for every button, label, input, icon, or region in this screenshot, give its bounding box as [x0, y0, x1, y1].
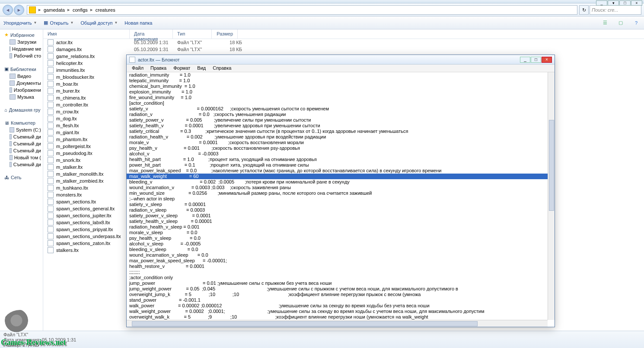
text-line: power_hit_part = 0.1 ;процент хита, уход… — [127, 162, 555, 168]
text-line: satiety_power_v_sleep = 0.0001 — [127, 213, 555, 219]
nav-back-button[interactable]: ◄ — [3, 5, 13, 15]
notepad-vscroll[interactable] — [548, 72, 555, 320]
text-line: explosion_immunity = 1.0 — [127, 89, 555, 95]
tree-library-item[interactable]: Музыка — [0, 93, 43, 100]
tree-favorite-item[interactable]: Недавние ме — [0, 45, 43, 52]
text-line: health_hit_part = 1.0 ;процент хита, ухо… — [127, 157, 555, 162]
file-name: m_stalker_zombied.ltx — [56, 178, 134, 184]
tree-drive-item[interactable]: Новый том ( — [0, 154, 43, 161]
favorites-group[interactable]: ★Избранное — [0, 29, 43, 39]
file-icon — [48, 213, 54, 219]
file-icon — [48, 60, 54, 66]
preview-pane-button[interactable]: ▢ — [616, 19, 625, 27]
text-line: bleeding_v = 0.002 ;0.0005 ;потеря крови… — [127, 179, 555, 185]
menu-help[interactable]: Справка — [209, 64, 235, 72]
text-line: bleeding_v_sleep = 0.0 — [127, 247, 555, 252]
maximize-button[interactable]: □ — [619, 0, 631, 6]
file-name: m_crow.ltx — [56, 109, 134, 114]
organize-button[interactable]: Упорядочить▼ — [3, 20, 37, 26]
tree-library-item[interactable]: Изображени — [0, 87, 43, 93]
col-name[interactable]: Имя — [43, 29, 130, 39]
file-name: m_dog.ltx — [56, 116, 134, 121]
text-line: radiation_v = 0.0 ;скорость уменьшения р… — [127, 112, 555, 117]
open-button[interactable]: ▦Открыть▼ — [44, 20, 73, 26]
file-icon — [48, 74, 54, 80]
chevron-right-icon[interactable]: ▸ — [89, 7, 94, 13]
share-button[interactable]: Общий доступ▼ — [81, 20, 118, 26]
view-options-button[interactable]: ☰ — [601, 19, 609, 27]
tree-library-item[interactable]: Документы — [0, 80, 43, 87]
text-line: ;;;;;;;; — [127, 269, 555, 275]
scroll-thumb[interactable] — [132, 321, 478, 326]
nav-forward-button[interactable]: ► — [14, 5, 24, 15]
column-headers: Имя Дата изменения Тип Размер — [43, 29, 644, 39]
notepad-titlebar[interactable]: actor.ltx — Блокнот _ □ × — [127, 55, 555, 64]
menu-file[interactable]: Файл — [128, 64, 147, 72]
file-icon — [48, 122, 54, 129]
file-name: m_stalker_monolith.ltx — [56, 171, 134, 177]
chevron-right-icon[interactable]: ▸ — [38, 7, 42, 13]
menu-edit[interactable]: Правка — [147, 64, 170, 72]
folder-icon — [10, 94, 16, 100]
menu-format[interactable]: Формат — [170, 64, 194, 72]
notepad-close-button[interactable]: × — [542, 57, 552, 63]
file-name: m_poltergeist.ltx — [56, 144, 134, 149]
search-input[interactable]: Поиск: cre... — [590, 5, 641, 15]
minimize-button[interactable]: _ — [596, 0, 607, 6]
file-name: m_boar.ltx — [56, 81, 134, 87]
text-line: walk_power = 0.00002 ;0.000012 ;умешьшен… — [127, 303, 555, 309]
libraries-group[interactable]: ▣Библиотеки — [0, 64, 43, 73]
open-label: Открыть — [50, 20, 68, 26]
text-line: radiation_health_v_sleep = 0.001 — [127, 224, 555, 230]
breadcrumb-seg[interactable]: creatures — [94, 7, 117, 13]
scroll-thumb[interactable] — [549, 120, 554, 211]
file-name: actor.ltx — [56, 40, 134, 45]
file-name: m_snork.ltx — [56, 158, 134, 163]
breadcrumb-seg[interactable]: gamedata — [42, 7, 67, 13]
file-row[interactable]: actor.ltx05.10.2009 1:31Файл "LTX"18 КБ — [43, 39, 644, 46]
notepad-minimize-button[interactable]: _ — [520, 57, 530, 63]
help-button[interactable]: ? — [632, 19, 641, 27]
network-group[interactable]: 🖧Сеть — [0, 172, 43, 181]
details-type: Файл "LTX" — [3, 332, 641, 337]
tree-drive-item[interactable]: System (C:) — [0, 126, 43, 133]
col-date[interactable]: Дата изменения — [130, 29, 173, 39]
notepad-maximize-button[interactable]: □ — [531, 57, 541, 63]
homegroup[interactable]: ⌂Домашняя гру — [0, 105, 43, 113]
tree-favorite-item[interactable]: Рабочий сто — [0, 52, 43, 59]
tree-drive-item[interactable]: Съемный ди — [0, 133, 43, 140]
new-folder-button[interactable]: Новая папка — [124, 20, 152, 26]
refresh-button[interactable]: ↻ — [579, 5, 589, 15]
col-type[interactable]: Тип — [173, 29, 212, 39]
file-icon — [48, 164, 54, 170]
folder-icon — [10, 81, 15, 86]
close-button[interactable]: × — [631, 0, 642, 6]
tree-drive-item[interactable]: Съемный ди — [0, 140, 43, 147]
file-icon — [48, 157, 54, 163]
file-icon — [48, 116, 54, 122]
tree-drive-item[interactable]: Съемный ди — [0, 161, 43, 168]
menu-view[interactable]: Вид — [194, 64, 209, 72]
folder-icon — [10, 127, 14, 132]
file-name: spawn_sections_pripyat.ltx — [56, 227, 134, 232]
tree-drive-item[interactable]: Съемный ди — [0, 147, 43, 154]
text-line: [actor_condition] — [127, 100, 555, 106]
breadcrumb[interactable]: ▸ gamedata ▸ configs ▸ creatures — [27, 5, 577, 15]
breadcrumb-seg[interactable]: configs — [71, 7, 89, 13]
chevron-right-icon[interactable]: ▸ — [67, 7, 71, 13]
notepad-hscroll[interactable] — [127, 320, 548, 327]
col-size[interactable]: Размер — [212, 29, 238, 39]
tree-favorite-item[interactable]: Загрузки — [0, 39, 43, 45]
file-row[interactable]: damages.ltx05.10.2009 1:31Файл "LTX"18 К… — [43, 46, 644, 53]
text-line: jump_power = 0.01 ;умешьшение силы с пры… — [127, 280, 555, 286]
text-line: wound_incarnation_v_sleep = 0.0 — [127, 252, 555, 258]
file-icon — [48, 129, 54, 135]
computer-group[interactable]: 🖥Компьютер — [0, 118, 43, 126]
file-name: m_phantom.ltx — [56, 137, 134, 142]
notepad-text-area[interactable]: radiation_immunity = 1.0telepatic_immuni… — [127, 72, 555, 320]
folder-icon — [10, 162, 12, 167]
lower-button[interactable]: ▾ — [608, 0, 619, 6]
chevron-down-icon: ▼ — [114, 21, 118, 25]
file-icon — [48, 150, 54, 156]
tree-library-item[interactable]: Видео — [0, 73, 43, 80]
